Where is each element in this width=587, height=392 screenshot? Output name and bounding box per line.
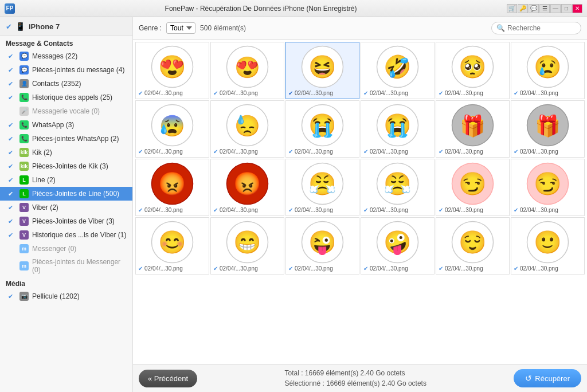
close-button[interactable]: ✕ <box>572 4 582 13</box>
emoji-cell-20[interactable]: 😁✔02/04/...30.png <box>210 217 284 275</box>
emoji-cell-8[interactable]: 😓✔02/04/...30.png <box>210 100 284 158</box>
emoji-cell-5[interactable]: 🥺✔02/04/...30.png <box>436 42 510 99</box>
emoji-cell-22[interactable]: 🤪✔02/04/...30.png <box>361 217 435 275</box>
chat-button[interactable]: 💬 <box>529 4 539 13</box>
sidebar-item-viber[interactable]: ✔VViber (2) <box>0 201 132 214</box>
sidebar-item-pj-message[interactable]: ✔💬Pièces-jointes du message (4) <box>0 63 132 77</box>
prev-button[interactable]: « Précédent <box>139 370 197 387</box>
emoji-cell-2[interactable]: 😍✔02/04/...30.png <box>210 42 284 99</box>
sidebar-item-pj-whatsapp[interactable]: ✔📞Pièces-jointes WhatsApp (2) <box>0 132 132 146</box>
check-pj-line[interactable]: ✔ <box>8 190 16 198</box>
cell-check-18[interactable]: ✔ <box>514 207 518 213</box>
emoji-cell-4[interactable]: 🤣✔02/04/...30.png <box>361 42 435 99</box>
sidebar-item-pj-kik[interactable]: ✔kikPièces-Jointes de Kik (3) <box>0 159 132 173</box>
emoji-cell-18[interactable]: 😏✔02/04/...30.png <box>511 159 585 216</box>
sidebar-item-whatsapp[interactable]: ✔📞WhatsApp (3) <box>0 118 132 132</box>
sidebar-item-pj-line[interactable]: ✔LPièces-Jointes de Line (500) <box>0 187 132 201</box>
check-line[interactable]: ✔ <box>8 177 16 184</box>
emoji-cell-12[interactable]: 🎁✔02/04/...30.png <box>511 100 585 158</box>
svg-text:😤: 😤 <box>383 170 412 197</box>
emoji-cell-3[interactable]: 😆✔02/04/...30.png <box>285 42 359 99</box>
sidebar-item-line[interactable]: ✔LLine (2) <box>0 173 132 187</box>
cell-check-23[interactable]: ✔ <box>439 265 443 272</box>
emoji-cell-11[interactable]: 🎁✔02/04/...30.png <box>436 100 510 158</box>
emoji-cell-16[interactable]: 😤✔02/04/...30.png <box>361 159 435 216</box>
cell-check-20[interactable]: ✔ <box>213 265 218 272</box>
sidebar-item-hist-viber[interactable]: ✔VHistorique des ...ls de Viber (1) <box>0 228 132 242</box>
cell-check-14[interactable]: ✔ <box>213 207 218 213</box>
cell-check-4[interactable]: ✔ <box>363 90 368 96</box>
cart-button[interactable]: 🛒 <box>507 4 517 13</box>
cell-check-13[interactable]: ✔ <box>138 207 143 213</box>
sidebar-item-contacts[interactable]: ✔👤Contacts (2352) <box>0 77 132 91</box>
check-pj-kik[interactable]: ✔ <box>8 163 16 170</box>
search-input[interactable] <box>507 24 576 32</box>
cell-check-17[interactable]: ✔ <box>439 207 443 213</box>
menu-button[interactable]: ☰ <box>539 4 550 13</box>
genre-select[interactable]: Tout <box>166 22 195 34</box>
cell-check-24[interactable]: ✔ <box>514 265 518 272</box>
cell-check-12[interactable]: ✔ <box>514 148 518 155</box>
emoji-cell-19[interactable]: 😊✔02/04/...30.png <box>135 217 209 275</box>
cell-check-1[interactable]: ✔ <box>138 90 143 96</box>
cell-check-6[interactable]: ✔ <box>514 90 518 96</box>
emoji-cell-9[interactable]: 😭✔02/04/...30.png <box>285 100 359 158</box>
cell-check-7[interactable]: ✔ <box>138 148 143 155</box>
cell-filename-12: 02/04/...30.png <box>520 148 558 155</box>
cell-check-19[interactable]: ✔ <box>138 265 143 272</box>
sidebar-item-kik[interactable]: ✔kikKik (2) <box>0 146 132 159</box>
cell-check-11[interactable]: ✔ <box>439 148 443 155</box>
sidebar-item-call-history[interactable]: ✔📞Historique des appels (25) <box>0 91 132 104</box>
check-pj-viber[interactable]: ✔ <box>8 218 16 225</box>
emoji-cell-1[interactable]: 😍✔02/04/...30.png <box>135 42 209 99</box>
icon-viber: V <box>19 203 29 212</box>
label-pj-kik: Pièces-Jointes de Kik (3) <box>32 162 108 170</box>
label-line: Line (2) <box>32 176 56 184</box>
sidebar-item-pellicule[interactable]: ✔📷Pellicule (1202) <box>0 289 132 303</box>
device-check[interactable]: ✔ <box>6 22 12 31</box>
icon-messenger: m <box>19 244 29 253</box>
emoji-cell-24[interactable]: 🙂✔02/04/...30.png <box>511 217 585 275</box>
cell-check-16[interactable]: ✔ <box>363 207 368 213</box>
cell-check-2[interactable]: ✔ <box>213 90 218 96</box>
emoji-cell-10[interactable]: 😭✔02/04/...30.png <box>361 100 435 158</box>
emoji-cell-15[interactable]: 😤✔02/04/...30.png <box>285 159 359 216</box>
recover-button[interactable]: ↺ Récupérer <box>514 369 581 387</box>
key-button[interactable]: 🔑 <box>518 4 528 13</box>
device-row[interactable]: ✔ 📱 iPhone 7 <box>0 17 132 36</box>
emoji-cell-6[interactable]: 😢✔02/04/...30.png <box>511 42 585 99</box>
emoji-cell-14[interactable]: 😡✔02/04/...30.png <box>210 159 284 216</box>
check-messages[interactable]: ✔ <box>8 53 16 60</box>
check-contacts[interactable]: ✔ <box>8 80 16 88</box>
cell-check-22[interactable]: ✔ <box>363 265 368 272</box>
emoji-cell-23[interactable]: 😌✔02/04/...30.png <box>436 217 510 275</box>
svg-text:🥺: 🥺 <box>459 53 487 80</box>
emoji-cell-21[interactable]: 😜✔02/04/...30.png <box>285 217 359 275</box>
cell-check-9[interactable]: ✔ <box>288 148 293 155</box>
window-controls: 🛒 🔑 💬 ☰ — □ ✕ <box>507 4 582 13</box>
check-pellicule[interactable]: ✔ <box>8 293 16 300</box>
sidebar-item-pj-viber[interactable]: ✔VPièces-Jointes de Viber (3) <box>0 214 132 228</box>
titlebar: FP FonePaw - Récupération De Données iPh… <box>0 0 587 17</box>
check-kik[interactable]: ✔ <box>8 149 16 156</box>
check-hist-viber[interactable]: ✔ <box>8 232 16 239</box>
minimize-button[interactable]: — <box>550 4 561 13</box>
maximize-button[interactable]: □ <box>561 4 572 13</box>
check-viber[interactable]: ✔ <box>8 204 16 211</box>
check-pj-whatsapp[interactable]: ✔ <box>8 135 16 143</box>
cell-check-5[interactable]: ✔ <box>439 90 443 96</box>
sidebar-item-messages[interactable]: ✔💬Messages (22) <box>0 49 132 63</box>
emoji-cell-17[interactable]: 😏✔02/04/...30.png <box>436 159 510 216</box>
cell-check-10[interactable]: ✔ <box>363 148 368 155</box>
cell-check-8[interactable]: ✔ <box>213 148 218 155</box>
label-hist-viber: Historique des ...ls de Viber (1) <box>32 231 127 239</box>
emoji-cell-7[interactable]: 😰✔02/04/...30.png <box>135 100 209 158</box>
cell-check-21[interactable]: ✔ <box>288 265 293 272</box>
svg-text:😏: 😏 <box>459 170 487 197</box>
cell-check-3[interactable]: ✔ <box>288 90 293 96</box>
cell-check-15[interactable]: ✔ <box>288 207 293 213</box>
check-whatsapp[interactable]: ✔ <box>8 121 16 129</box>
emoji-cell-13[interactable]: 😡✔02/04/...30.png <box>135 159 209 216</box>
check-pj-message[interactable]: ✔ <box>8 66 16 74</box>
check-call-history[interactable]: ✔ <box>8 94 16 101</box>
